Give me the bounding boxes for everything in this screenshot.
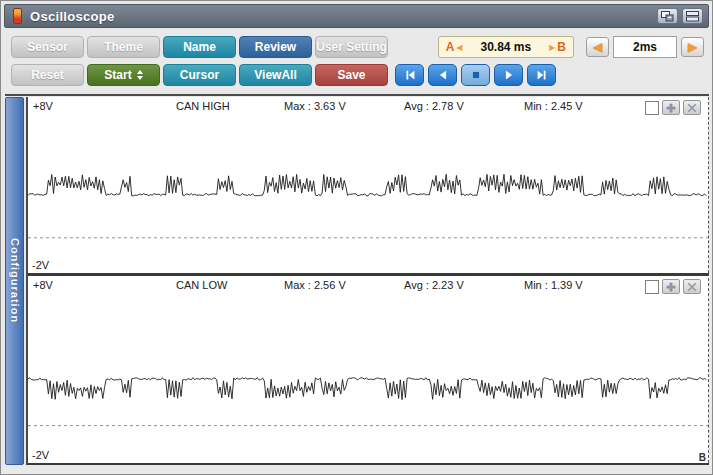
window-title: Oscilloscope — [30, 9, 115, 24]
timebase-value[interactable]: 2ms — [613, 36, 677, 58]
channel-add-icon[interactable] — [662, 100, 680, 115]
channel-controls — [645, 100, 701, 115]
name-button[interactable]: Name — [163, 36, 236, 58]
theme-button[interactable]: Theme — [87, 36, 160, 58]
app-icon — [13, 8, 22, 24]
window-controls — [657, 8, 703, 24]
bottom-voltage-label: -2V — [32, 259, 49, 271]
workspace: Configuration +8V CAN HIGH Max : 3.63 V … — [5, 94, 709, 465]
cursor-a-arrow-icon: ◀ — [456, 43, 462, 52]
channel-name: CAN LOW — [176, 279, 227, 291]
ab-range-value: 30.84 ms — [480, 40, 531, 54]
sensor-button[interactable]: Sensor — [11, 36, 84, 58]
channel-close-icon[interactable] — [683, 100, 701, 115]
min-stat: Min : 1.39 V — [524, 279, 583, 291]
viewall-button[interactable]: ViewAll — [239, 64, 312, 86]
channel-stack: +8V CAN HIGH Max : 3.63 V Avg : 2.78 V M… — [26, 97, 709, 465]
skip-start-icon[interactable] — [395, 64, 424, 86]
channel-can-low: +8V CAN LOW Max : 2.56 V Avg : 2.23 V Mi… — [28, 273, 709, 463]
save-button[interactable]: Save — [315, 64, 388, 86]
channel-close-icon[interactable] — [683, 279, 701, 294]
stop-icon[interactable] — [461, 64, 490, 86]
bottom-voltage-label: -2V — [32, 449, 49, 461]
avg-stat: Avg : 2.78 V — [404, 100, 464, 112]
ab-range-display: A ◀ 30.84 ms ▶ B — [438, 36, 574, 58]
can-low-waveform[interactable] — [28, 276, 708, 463]
cursor-button[interactable]: Cursor — [163, 64, 236, 86]
playback-controls — [394, 64, 704, 86]
range-row: A ◀ 30.84 ms ▶ B ◀ 2ms ▶ — [394, 36, 704, 58]
cursor-a-label: A — [446, 40, 455, 54]
spinner-icon — [137, 70, 143, 80]
arrow-right-icon[interactable]: ▶ — [681, 37, 704, 57]
channel-controls — [645, 279, 701, 294]
configuration-tab[interactable]: Configuration — [5, 97, 24, 465]
start-button-label: Start — [104, 69, 131, 81]
cursor-b-arrow-icon: ▶ — [549, 43, 555, 52]
cursor-b-label: B — [557, 40, 566, 54]
start-button[interactable]: Start — [87, 64, 160, 86]
can-high-waveform[interactable] — [28, 97, 708, 273]
cursor-b-marker: B — [699, 452, 706, 463]
toolbar-right: A ◀ 30.84 ms ▶ B ◀ 2ms ▶ — [394, 36, 704, 86]
toolbar: Sensor Theme Name Review User Setting Re… — [1, 28, 712, 92]
user-setting-button[interactable]: User Setting — [315, 36, 388, 58]
play-icon[interactable] — [494, 64, 523, 86]
title-bar: Oscilloscope — [4, 4, 709, 28]
reset-button[interactable]: Reset — [11, 64, 84, 86]
review-button[interactable]: Review — [239, 36, 312, 58]
oscilloscope-window: Oscilloscope Sensor Theme Name Review Us… — [0, 0, 713, 475]
timebase-control: ◀ 2ms ▶ — [586, 36, 704, 58]
channel-can-high: +8V CAN HIGH Max : 3.63 V Avg : 2.78 V M… — [28, 97, 709, 273]
channel-checkbox[interactable] — [645, 101, 659, 115]
step-back-icon[interactable] — [428, 64, 457, 86]
window-restore-icon[interactable] — [657, 8, 678, 24]
toolbar-buttons: Sensor Theme Name Review User Setting Re… — [11, 36, 388, 86]
channel-add-icon[interactable] — [662, 279, 680, 294]
channel-checkbox[interactable] — [645, 280, 659, 294]
max-stat: Max : 2.56 V — [284, 279, 346, 291]
configuration-tab-label: Configuration — [9, 238, 21, 323]
top-voltage-label: +8V — [33, 279, 53, 291]
channel-name: CAN HIGH — [176, 100, 230, 112]
skip-end-icon[interactable] — [527, 64, 556, 86]
max-stat: Max : 3.63 V — [284, 100, 346, 112]
avg-stat: Avg : 2.23 V — [404, 279, 464, 291]
min-stat: Min : 2.45 V — [524, 100, 583, 112]
window-tile-icon[interactable] — [682, 8, 703, 24]
top-voltage-label: +8V — [33, 100, 53, 112]
arrow-left-icon[interactable]: ◀ — [586, 37, 609, 57]
